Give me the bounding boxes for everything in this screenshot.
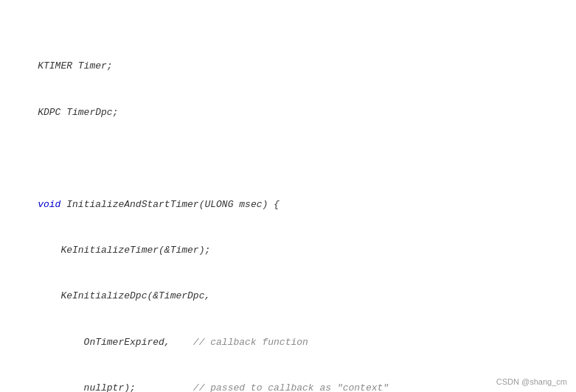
line-1: KTIMER Timer; (15, 59, 561, 74)
code-container: KTIMER Timer; KDPC TimerDpc; void Initia… (0, 0, 576, 392)
line-4: void InitializeAndStartTimer(ULONG msec)… (15, 197, 561, 213)
line-7: OnTimerExpired, // callback function (15, 335, 561, 351)
line-2: KDPC TimerDpc; (15, 105, 561, 121)
line-6: KeInitializeDpc(&TimerDpc, (15, 289, 561, 304)
watermark: CSDN @shang_cm (496, 377, 567, 386)
line-3 (15, 151, 561, 167)
code-block: KTIMER Timer; KDPC TimerDpc; void Initia… (0, 7, 576, 392)
line-5: KeInitializeTimer(&Timer); (15, 243, 561, 259)
line-8: nullptr); // passed to callback as "cont… (15, 381, 561, 392)
